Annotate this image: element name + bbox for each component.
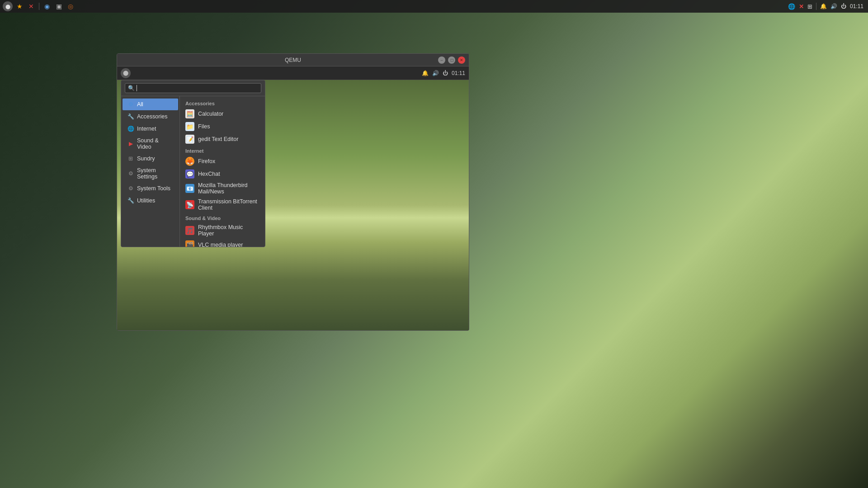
utilities-icon: 🔧 [127,197,134,204]
qemu-volume-icon[interactable]: 🔊 [432,70,439,76]
power-icon[interactable]: ⏻ [841,3,846,9]
app-label-transmission: Transmission BitTorrent Client [198,198,259,211]
app-item-thunderbird[interactable]: 📧 Mozilla Thunderbird Mail/News [180,180,265,197]
qemu-title: QEMU [148,57,438,63]
taskbar-app1-icon[interactable]: ★ [14,1,24,11]
close-button[interactable]: ✕ [458,56,465,64]
restore-button[interactable]: ◻ [448,56,455,64]
volume-icon[interactable]: 🔊 [830,3,837,9]
qemu-bell-icon[interactable]: 🔔 [422,70,429,76]
app-label-thunderbird: Mozilla Thunderbird Mail/News [198,182,259,195]
app-item-firefox[interactable]: 🦊 Firefox [180,155,265,168]
menu-body: ⚙ All 🔧 Accessories 🌐 Internet ▶ Sound &… [121,96,265,247]
taskbar-app4-icon[interactable]: ▣ [54,1,64,11]
right-panel: Accessories 🧮 Calculator 📁 Files 📝 gedit… [180,96,265,247]
sidebar-item-sundry-label: Sundry [137,155,155,162]
browser-icon[interactable]: 🌐 [788,3,795,10]
app-label-calculator: Calculator [198,111,223,117]
sidebar-item-all-label: All [137,101,143,108]
search-bar: 🔍 [121,80,265,96]
app-item-transmission[interactable]: 📡 Transmission BitTorrent Client [180,197,265,213]
section-header-accessories: Accessories [180,98,265,108]
search-icon: 🔍 [128,85,135,91]
sound-video-icon: ▶ [127,140,134,147]
all-icon: ⚙ [127,101,134,108]
app-item-hexchat[interactable]: 💬 HexChat [180,168,265,180]
qemu-titlebar: QEMU – ◻ ✕ [117,54,469,66]
sidebar-item-internet[interactable]: 🌐 Internet [123,123,178,135]
rhythmbox-icon: 🎵 [185,226,194,235]
sidebar-item-sundry[interactable]: ⊞ Sundry [123,153,178,164]
taskbar-app3-icon[interactable]: ◉ [42,1,52,11]
app-label-hexchat: HexChat [198,171,220,177]
taskbar-grid-icon[interactable]: ⊞ [807,3,812,10]
qemu-menu-button[interactable]: ⬤ [121,68,131,78]
sidebar-item-utilities-label: Utilities [137,197,155,204]
gedit-icon: 📝 [185,135,194,144]
app-label-files: Files [198,123,210,130]
system-tools-icon: ⚙ [127,185,134,192]
home-icon[interactable]: ⬤ [3,1,13,11]
app-item-vlc[interactable]: 🎬 VLC media player [180,239,265,247]
app-label-rhythmbox: Rhythmbox Music Player [198,224,259,237]
app-item-gedit[interactable]: 📝 gedit Text Editor [180,133,265,145]
app-item-rhythmbox[interactable]: 🎵 Rhythmbox Music Player [180,222,265,239]
sidebar-item-system-tools-label: System Tools [137,185,170,192]
sidebar-item-all[interactable]: ⚙ All [123,99,178,110]
section-header-sound-video: Sound & Video [180,213,265,222]
sidebar-item-accessories[interactable]: 🔧 Accessories [123,111,178,122]
hexchat-icon: 💬 [185,169,194,178]
vlc-icon: 🎬 [185,240,194,247]
taskbar-separator [39,3,39,10]
sidebar-item-internet-label: Internet [137,126,156,132]
app-label-vlc: VLC media player [198,242,243,247]
section-header-internet: Internet [180,145,265,155]
sidebar-item-accessories-label: Accessories [137,113,167,120]
sidebar-item-system-settings-label: System Settings [137,167,174,180]
taskbar-right: 🌐 ✕ ⊞ 🔔 🔊 ⏻ 01:11 [788,3,868,10]
firefox-icon: 🦊 [185,157,194,166]
sidebar-item-sound-video-label: Sound & Video [137,137,174,150]
qemu-window: QEMU – ◻ ✕ ⬤ 🔔 🔊 ⏻ 01:11 [117,53,469,331]
app-label-firefox: Firefox [198,158,215,164]
thunderbird-icon: 📧 [185,184,194,193]
qemu-inner-bar: ⬤ 🔔 🔊 ⏻ 01:11 [117,66,469,80]
sundry-icon: ⊞ [127,155,134,162]
minimize-button[interactable]: – [438,56,445,64]
clock-display: 01:11 [850,3,863,9]
calculator-icon: 🧮 [185,109,194,118]
sidebar-item-system-tools[interactable]: ⚙ System Tools [123,183,178,194]
taskbar-sep2 [816,3,816,10]
left-panel: ⚙ All 🔧 Accessories 🌐 Internet ▶ Sound &… [121,96,180,247]
qemu-window-controls: – ◻ ✕ [438,56,465,64]
taskbar: ⬤ ★ ✕ ◉ ▣ ◎ 🌐 ✕ ⊞ 🔔 🔊 ⏻ 01:11 [0,0,868,13]
app-menu: 🔍 ⚙ All 🔧 Accessories 🌐 Internet [121,80,265,247]
taskbar-close-icon[interactable]: ✕ [799,3,804,10]
search-input-wrap[interactable]: 🔍 [125,83,261,93]
transmission-icon: 📡 [185,200,194,209]
app-item-files[interactable]: 📁 Files [180,120,265,133]
taskbar-left: ⬤ ★ ✕ ◉ ▣ ◎ [0,1,75,11]
taskbar-app2-icon[interactable]: ✕ [26,1,36,11]
system-settings-icon: ⚙ [127,170,134,177]
internet-icon: 🌐 [127,125,134,132]
files-icon: 📁 [185,122,194,131]
bell-icon[interactable]: 🔔 [820,3,827,9]
sidebar-item-sound-video[interactable]: ▶ Sound & Video [123,135,178,152]
sidebar-item-system-settings[interactable]: ⚙ System Settings [123,165,178,182]
qemu-inner-right: 🔔 🔊 ⏻ 01:11 [422,70,465,76]
search-cursor [137,85,137,91]
app-label-gedit: gedit Text Editor [198,136,238,142]
taskbar-app5-icon[interactable]: ◎ [66,1,75,11]
sidebar-item-utilities[interactable]: 🔧 Utilities [123,195,178,206]
qemu-time: 01:11 [452,70,465,76]
accessories-icon: 🔧 [127,113,134,120]
qemu-power-icon[interactable]: ⏻ [443,70,448,76]
app-item-calculator[interactable]: 🧮 Calculator [180,108,265,120]
